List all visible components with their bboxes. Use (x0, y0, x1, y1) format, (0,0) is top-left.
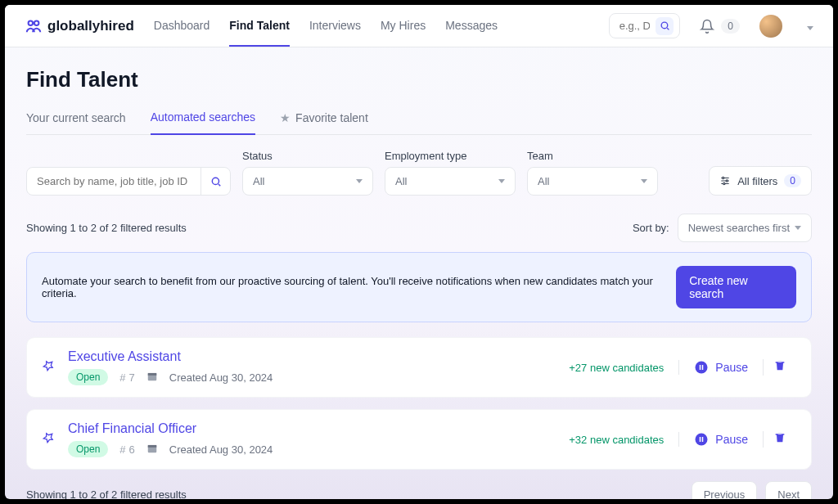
nav-find-talent[interactable]: Find Talent (229, 6, 290, 47)
tab-automated-searches[interactable]: Automated searches (151, 110, 255, 135)
search-card: Executive Assistant Open # 7 Created Aug… (26, 337, 812, 398)
svg-point-7 (723, 177, 724, 178)
new-candidates-link[interactable]: +27 new candidates (569, 362, 664, 374)
results-summary: Showing 1 to 2 of 2 filtered results (26, 222, 187, 234)
star-icon: ★ (280, 111, 291, 124)
pause-icon (694, 432, 709, 447)
status-badge: Open (68, 369, 108, 385)
sort-select[interactable]: Newest searches first (678, 214, 812, 242)
search-icon[interactable] (656, 17, 674, 35)
pin-icon[interactable] (42, 359, 55, 376)
status-select[interactable]: All (242, 167, 373, 196)
notifications-button[interactable]: 0 (700, 19, 740, 34)
status-badge: Open (68, 441, 108, 457)
trash-icon (773, 431, 786, 444)
previous-button[interactable]: Previous (692, 481, 758, 499)
all-filters-button[interactable]: All filters 0 (709, 166, 812, 196)
svg-point-3 (212, 178, 219, 184)
created-date: Created Aug 30, 2024 (169, 371, 273, 384)
sort-label: Sort by: (633, 222, 669, 234)
created-date: Created Aug 30, 2024 (169, 443, 273, 456)
delete-button[interactable] (763, 431, 796, 448)
svg-rect-11 (148, 372, 157, 375)
candidate-count: # 7 (119, 371, 134, 384)
svg-point-17 (696, 434, 708, 446)
calendar-icon (146, 443, 158, 457)
nav-messages[interactable]: Messages (445, 6, 498, 46)
banner-text: Automate your search to benefit from our… (42, 275, 676, 299)
nav-interviews[interactable]: Interviews (309, 6, 361, 46)
notification-count: 0 (721, 19, 740, 34)
pause-button[interactable]: Pause (678, 360, 763, 375)
filter-search-input[interactable] (27, 168, 200, 195)
nav-dashboard[interactable]: Dashboard (154, 6, 210, 46)
trash-icon (773, 359, 786, 372)
team-select[interactable]: All (527, 167, 658, 196)
logo[interactable]: globallyhired (25, 17, 134, 35)
svg-rect-16 (148, 444, 157, 447)
svg-point-2 (661, 22, 668, 29)
tab-favorite-talent[interactable]: ★ Favorite talent (280, 110, 368, 134)
pin-icon[interactable] (42, 431, 55, 448)
user-menu-chevron[interactable] (802, 19, 813, 34)
calendar-icon (146, 371, 158, 385)
info-banner: Automate your search to benefit from our… (26, 252, 812, 322)
page-title: Find Talent (26, 67, 812, 92)
card-title[interactable]: Executive Assistant (68, 349, 569, 364)
svg-rect-14 (702, 365, 704, 370)
search-card: Chief Financial Officer Open # 6 Created… (26, 409, 812, 470)
new-candidates-link[interactable]: +32 new candidates (569, 434, 664, 446)
search-icon[interactable] (200, 168, 230, 195)
pause-button[interactable]: Pause (678, 432, 763, 447)
tab-current-search[interactable]: Your current search (26, 110, 126, 134)
filter-count-badge: 0 (784, 174, 801, 187)
svg-point-1 (34, 20, 38, 25)
svg-rect-19 (702, 437, 704, 442)
svg-rect-18 (700, 437, 701, 442)
next-button[interactable]: Next (765, 481, 812, 499)
results-summary-bottom: Showing 1 to 2 of 2 filtered results (26, 488, 187, 499)
employment-select[interactable]: All (385, 167, 516, 196)
svg-point-12 (696, 362, 708, 374)
svg-point-8 (726, 180, 728, 182)
create-new-search-button[interactable]: Create new search (676, 266, 796, 308)
delete-button[interactable] (763, 359, 796, 376)
status-label: Status (242, 150, 373, 162)
avatar[interactable] (759, 15, 782, 38)
sliders-icon (719, 175, 731, 187)
svg-point-9 (723, 182, 725, 184)
candidate-count: # 6 (119, 443, 134, 456)
card-title[interactable]: Chief Financial Officer (68, 421, 569, 436)
svg-point-0 (29, 20, 34, 25)
employment-label: Employment type (385, 150, 516, 162)
pause-icon (694, 360, 709, 375)
svg-rect-13 (700, 365, 701, 370)
team-label: Team (527, 150, 658, 162)
nav-my-hires[interactable]: My Hires (381, 6, 426, 46)
